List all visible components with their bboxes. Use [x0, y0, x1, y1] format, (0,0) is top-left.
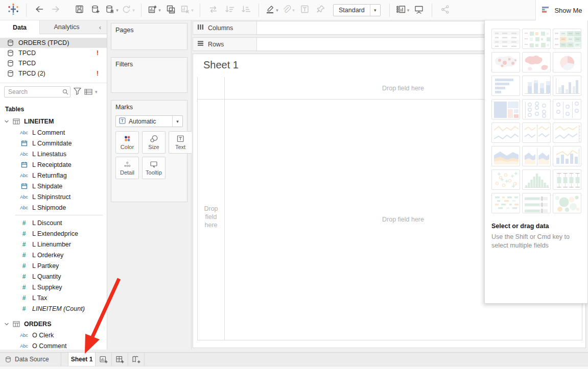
date-field-icon	[17, 183, 31, 189]
data-source-tab[interactable]: Data Source	[0, 353, 61, 366]
scatter-plot-thumbnail[interactable]	[491, 169, 520, 190]
sort-ascending-button[interactable]	[223, 3, 236, 18]
continuous-lines-thumbnail[interactable]	[491, 122, 520, 143]
table-header-lineitem[interactable]: LINEITEM	[0, 116, 107, 127]
field-item[interactable]: AbcL Returnflag	[0, 170, 107, 181]
filter-fields-icon[interactable]	[73, 87, 82, 96]
swap-rows-columns-button[interactable]	[206, 3, 220, 18]
new-data-source-button[interactable]	[89, 3, 102, 18]
histogram-thumbnail[interactable]	[522, 169, 551, 190]
detail-button[interactable]: Detail	[115, 157, 139, 179]
field-item[interactable]: AbcL Linestatus	[0, 149, 107, 159]
bullet-graph-thumbnail[interactable]	[522, 193, 551, 213]
field-item[interactable]: L Shipdate	[0, 181, 107, 191]
collapse-pane-button[interactable]: ‹	[93, 20, 107, 34]
heat-map-thumbnail[interactable]	[522, 29, 551, 49]
field-item[interactable]: #L Suppkey	[0, 282, 107, 292]
discrete-lines-thumbnail[interactable]	[522, 122, 551, 143]
side-by-side-circles-thumbnail[interactable]	[553, 99, 581, 119]
save-button[interactable]	[73, 3, 86, 18]
new-story-button[interactable]	[128, 353, 145, 366]
continuous-area-thumbnail[interactable]	[491, 146, 520, 166]
dual-combination-thumbnail[interactable]	[553, 146, 581, 166]
filled-map-thumbnail[interactable]	[522, 52, 551, 72]
sheet-tab-active[interactable]: Sheet 1	[68, 353, 96, 366]
clear-sheet-button[interactable]: ▾	[180, 3, 194, 18]
gantt-thumbnail[interactable]	[491, 193, 520, 213]
fit-dropdown[interactable]: Standard▾	[333, 4, 381, 16]
new-dashboard-button[interactable]	[112, 353, 128, 366]
field-item[interactable]: #L Orderkey	[0, 250, 107, 260]
show-me-button[interactable]: Show Me	[535, 0, 588, 20]
table-header-orders[interactable]: ORDERS	[0, 318, 107, 330]
field-item[interactable]: L Receiptdate	[0, 159, 107, 170]
highlight-button[interactable]: ▾	[265, 3, 278, 18]
tooltip-button[interactable]: Tooltip	[142, 157, 166, 179]
field-item[interactable]: #L Partkey	[0, 260, 107, 271]
drop-zone-rows[interactable]: Drop field here	[198, 205, 224, 229]
field-item[interactable]: AbcL Comment	[0, 127, 107, 138]
view-options-icon[interactable]: ▾	[84, 89, 98, 95]
datasource-item[interactable]: ORDERS (TPCD)	[0, 38, 107, 48]
horizontal-bars-thumbnail[interactable]	[491, 76, 520, 96]
chevron-down-icon: ▾	[132, 8, 135, 13]
discrete-area-thumbnail[interactable]	[522, 146, 551, 166]
attach-button[interactable]: ▾	[281, 3, 295, 18]
field-item[interactable]: #L Tax	[0, 292, 107, 303]
highlight-table-thumbnail[interactable]	[553, 29, 581, 49]
text-table-thumbnail[interactable]	[491, 29, 520, 49]
dual-lines-thumbnail[interactable]	[553, 122, 581, 143]
field-item[interactable]: #LINEITEM (Count)	[0, 303, 107, 314]
datasource-item[interactable]: TPCD!	[0, 48, 107, 58]
pages-shelf[interactable]: Pages	[111, 23, 187, 50]
search-input[interactable]	[4, 86, 70, 97]
undo-button[interactable]	[33, 3, 46, 18]
field-item[interactable]: #L Linenumber	[0, 239, 107, 250]
text-button[interactable]: Text	[169, 131, 192, 154]
field-item[interactable]: L Commitdate	[0, 138, 107, 149]
field-item[interactable]: AbcO Clerk	[0, 330, 107, 340]
packed-bubbles-thumbnail[interactable]	[553, 193, 581, 213]
datasource-item[interactable]: TPCD	[0, 58, 107, 68]
field-item[interactable]: AbcO Comment	[0, 340, 107, 350]
new-worksheet-button[interactable]: ▾	[148, 3, 161, 18]
color-button[interactable]: Color	[115, 131, 139, 154]
tab-analytics[interactable]: Analytics	[40, 20, 93, 34]
tab-data[interactable]: Data	[0, 20, 40, 34]
field-item[interactable]: #L Extendedprice	[0, 228, 107, 239]
show-me-hint: Select or drag data Use the Shift or Cmd…	[491, 223, 587, 250]
symbol-map-thumbnail[interactable]	[491, 52, 520, 72]
box-and-whisker-thumbnail[interactable]	[553, 169, 581, 190]
field-item[interactable]: AbcL Shipinstruct	[0, 191, 107, 202]
size-button[interactable]: Size	[142, 131, 166, 154]
treemap-thumbnail[interactable]	[491, 99, 520, 119]
mark-type-dropdown[interactable]: Automatic ▾	[115, 115, 183, 127]
presentation-mode-button[interactable]	[412, 3, 426, 18]
pause-auto-updates-button[interactable]: ▾	[105, 3, 119, 18]
sort-descending-button[interactable]	[239, 3, 252, 18]
text-label-button[interactable]	[298, 3, 311, 18]
new-worksheet-button[interactable]	[96, 353, 112, 366]
mark-button-label: Text	[175, 144, 185, 150]
side-by-side-bars-thumbnail[interactable]	[553, 76, 581, 96]
stacked-bars-thumbnail[interactable]	[522, 76, 551, 96]
pie-chart-thumbnail[interactable]	[553, 52, 581, 72]
filters-shelf[interactable]: Filters	[111, 57, 187, 93]
pin-button[interactable]	[314, 3, 327, 18]
undo-icon	[34, 5, 44, 15]
field-item[interactable]: #L Quantity	[0, 271, 107, 282]
table-icon	[13, 118, 20, 125]
field-item[interactable]: #L Discount	[0, 217, 107, 228]
circle-views-thumbnail[interactable]	[522, 99, 551, 119]
show-hide-cards-button[interactable]: ▾	[396, 3, 410, 18]
run-auto-updates-icon	[122, 5, 131, 15]
database-icon	[7, 70, 14, 77]
run-auto-updates-button[interactable]: ▾	[122, 3, 135, 18]
datasource-item[interactable]: TPCD (2)!	[0, 68, 107, 79]
field-item[interactable]: AbcL Shipmode	[0, 202, 107, 213]
duplicate-sheet-icon	[166, 5, 176, 15]
show-me-label: Show Me	[554, 7, 582, 14]
redo-button[interactable]	[49, 3, 62, 18]
duplicate-sheet-button[interactable]	[164, 3, 177, 18]
share-button[interactable]	[438, 3, 452, 18]
